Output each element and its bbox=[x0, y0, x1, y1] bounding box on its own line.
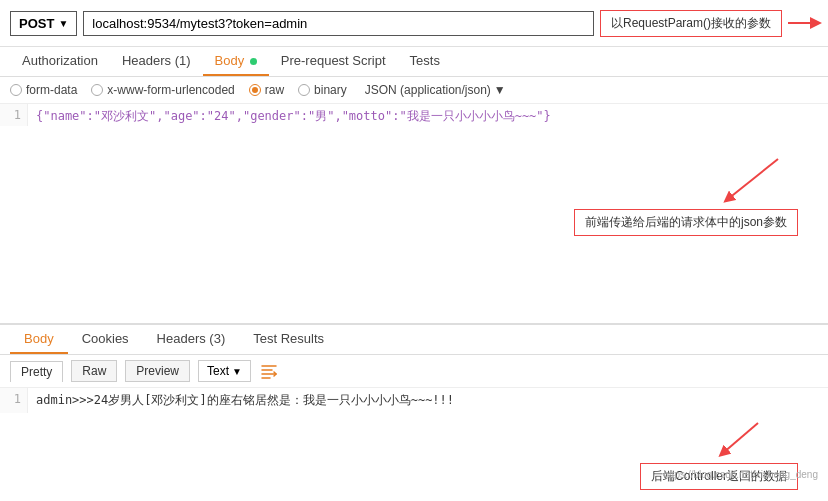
annotation-middle-bubble: 前端传递给后端的请求体中的json参数 bbox=[574, 209, 798, 236]
response-section: Body Cookies Headers (3) Test Results Pr… bbox=[0, 324, 828, 490]
arrow-top-icon bbox=[788, 8, 818, 38]
tab-headers[interactable]: Headers (1) bbox=[110, 47, 203, 76]
editor-line-1: 1 {"name":"邓沙利文","age":"24","gender":"男"… bbox=[0, 104, 828, 129]
text-dropdown-icon: ▼ bbox=[232, 366, 242, 377]
method-select[interactable]: POST ▼ bbox=[10, 11, 77, 36]
editor-area: 1 {"name":"邓沙利文","age":"24","gender":"男"… bbox=[0, 104, 828, 324]
resp-tab-headers[interactable]: Headers (3) bbox=[143, 325, 240, 354]
method-chevron-icon: ▼ bbox=[58, 18, 68, 29]
resp-tab-cookies[interactable]: Cookies bbox=[68, 325, 143, 354]
body-options-row: form-data x-www-form-urlencoded raw bina… bbox=[0, 77, 828, 104]
app-container: POST ▼ 以RequestParam()接收的参数 Authorizatio… bbox=[0, 0, 828, 490]
resp-text-dropdown[interactable]: Text ▼ bbox=[198, 360, 251, 382]
arrow-middle-icon bbox=[718, 159, 798, 209]
resp-line-number-1: 1 bbox=[0, 388, 28, 413]
request-bar: POST ▼ 以RequestParam()接收的参数 bbox=[0, 0, 828, 47]
body-dot-icon bbox=[250, 58, 257, 65]
option-raw[interactable]: raw bbox=[249, 83, 284, 97]
arrow-bottom-icon bbox=[718, 423, 798, 463]
resp-pretty-btn[interactable]: Pretty bbox=[10, 361, 63, 382]
response-tabs-row: Body Cookies Headers (3) Test Results bbox=[0, 325, 828, 355]
option-urlencoded[interactable]: x-www-form-urlencoded bbox=[91, 83, 234, 97]
json-type-dropdown[interactable]: JSON (application/json) ▼ bbox=[365, 83, 506, 97]
radio-raw-icon bbox=[249, 84, 261, 96]
resp-line-row: 1 admin>>>24岁男人[邓沙利文]的座右铭居然是：我是一只小小小小鸟~~… bbox=[0, 388, 828, 413]
request-tabs-row: Authorization Headers (1) Body Pre-reque… bbox=[0, 47, 828, 77]
watermark: https://blog.csdn.net/xisheng_deng bbox=[663, 469, 818, 480]
json-dropdown-icon: ▼ bbox=[494, 83, 506, 97]
resp-line-content-1: admin>>>24岁男人[邓沙利文]的座右铭居然是：我是一只小小小小鸟~~~!… bbox=[28, 388, 828, 413]
tab-authorization[interactable]: Authorization bbox=[10, 47, 110, 76]
annotation-top-bubble: 以RequestParam()接收的参数 bbox=[600, 10, 782, 37]
tab-body[interactable]: Body bbox=[203, 47, 269, 76]
resp-preview-btn[interactable]: Preview bbox=[125, 360, 190, 382]
tab-prerequest[interactable]: Pre-request Script bbox=[269, 47, 398, 76]
line-number-1: 1 bbox=[0, 104, 28, 126]
radio-urlencoded-icon bbox=[91, 84, 103, 96]
resp-raw-btn[interactable]: Raw bbox=[71, 360, 117, 382]
tab-tests[interactable]: Tests bbox=[398, 47, 452, 76]
radio-binary-icon bbox=[298, 84, 310, 96]
radio-form-data-icon bbox=[10, 84, 22, 96]
option-binary[interactable]: binary bbox=[298, 83, 347, 97]
option-form-data[interactable]: form-data bbox=[10, 83, 77, 97]
resp-tab-body[interactable]: Body bbox=[10, 325, 68, 354]
line-content-1[interactable]: {"name":"邓沙利文","age":"24","gender":"男","… bbox=[28, 104, 559, 129]
resp-format-icon[interactable] bbox=[259, 361, 279, 381]
svg-line-2 bbox=[723, 423, 758, 453]
response-toolbar: Pretty Raw Preview Text ▼ bbox=[0, 355, 828, 388]
url-input[interactable] bbox=[83, 11, 594, 36]
svg-line-1 bbox=[728, 159, 778, 199]
resp-tab-testresults[interactable]: Test Results bbox=[239, 325, 338, 354]
method-label: POST bbox=[19, 16, 54, 31]
